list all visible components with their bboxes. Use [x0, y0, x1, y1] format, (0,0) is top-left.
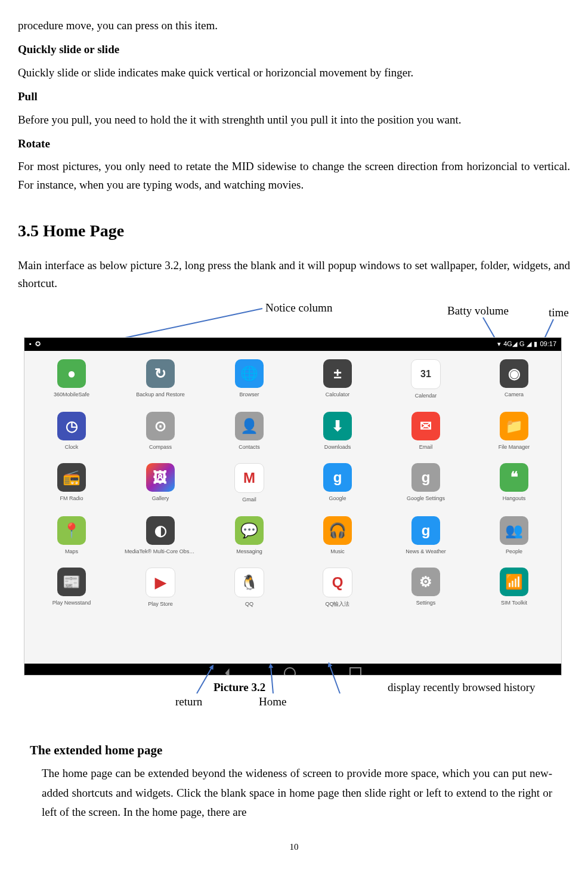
app-item[interactable]: 📰Play Newsstand [36, 568, 107, 608]
section-intro: Main interface as below picture 3.2, lon… [18, 257, 570, 293]
app-label: Calculator [326, 390, 350, 399]
app-item[interactable]: 📁File Manager [479, 412, 549, 451]
status-right: ▾ 4G◢ G ◢ ▮ 09:17 [497, 339, 556, 350]
app-icon: ⬇ [323, 412, 352, 440]
app-item[interactable]: 🖼Gallery [125, 463, 196, 504]
app-icon: 📰 [57, 568, 86, 596]
app-label: Contacts [239, 443, 260, 451]
app-icon: ▶ [146, 568, 175, 597]
app-icon: 🖼 [146, 463, 175, 492]
app-icon: 31 [411, 359, 441, 389]
app-label: Maps [65, 547, 78, 556]
app-label: Music [330, 547, 345, 556]
shield-icon: ✪ [35, 339, 41, 350]
app-label: Messaging [236, 547, 262, 556]
app-item[interactable]: 📻FM Radio [36, 463, 107, 504]
app-icon: 💬 [235, 516, 264, 545]
app-item[interactable]: gGoogle Settings [391, 463, 461, 504]
app-item[interactable]: ▶Play Store [125, 568, 196, 608]
app-item[interactable]: gNews & Weather [391, 516, 461, 556]
app-icon: ◉ [500, 359, 528, 388]
app-item[interactable]: ◷Clock [36, 412, 107, 451]
app-label: Compass [149, 443, 172, 451]
app-item[interactable]: ❝Hangouts [479, 463, 549, 504]
app-icon: 🐧 [234, 568, 264, 597]
app-item[interactable]: 👤Contacts [214, 412, 284, 451]
recent-apps-button[interactable] [349, 667, 361, 676]
app-label: Settings [416, 599, 436, 607]
app-item[interactable]: gGoogle [302, 463, 373, 504]
app-item[interactable]: ↻Backup and Restore [125, 359, 196, 400]
app-item[interactable]: ✉Email [391, 412, 461, 451]
app-item[interactable]: 🌐Browser [214, 359, 284, 400]
app-icon: g [323, 463, 352, 492]
app-item[interactable]: 🎧Music [302, 516, 373, 556]
status-left: ▪ ✪ [29, 339, 41, 350]
app-label: QQ输入法 [325, 600, 349, 608]
annotated-screenshot: Notice column Batty volume time ▪ ✪ ▾ 4G… [18, 299, 570, 705]
app-label: Downloads [324, 443, 351, 451]
app-icon: ● [57, 359, 86, 388]
app-icon: g [411, 516, 440, 545]
app-label: Play Newsstand [52, 599, 91, 607]
picture-caption: Picture 3.2 [213, 679, 265, 696]
app-icon: 📶 [500, 568, 528, 596]
app-item[interactable]: QQQ输入法 [302, 568, 373, 608]
back-button[interactable] [225, 668, 230, 676]
app-icon: ↻ [146, 359, 175, 388]
app-item[interactable]: 🐧QQ [214, 568, 284, 608]
home-label: Home [259, 693, 286, 711]
app-label: FM Radio [60, 494, 83, 502]
app-label: Camera [505, 390, 524, 399]
signal-icon: ◢ [527, 339, 531, 350]
network-indicator: 4G◢ [503, 339, 517, 350]
app-label: People [506, 547, 522, 556]
app-icon: 📍 [57, 516, 86, 545]
app-label: Calendar [415, 391, 437, 400]
app-item[interactable]: ⚙Settings [391, 568, 461, 608]
app-item[interactable]: ⊙Compass [125, 412, 196, 451]
app-grid: ●360MobileSafe↻Backup and Restore🌐Browse… [36, 359, 549, 609]
app-item[interactable]: ±Calculator [302, 359, 373, 400]
page-number: 10 [18, 840, 570, 854]
app-label: File Manager [499, 443, 530, 451]
app-label: MediaTek® Multi-Core Obser.. [125, 547, 196, 556]
quick-slide-text: Quickly slide or slide indicates make qu… [18, 64, 570, 82]
app-item[interactable]: 31Calendar [391, 359, 461, 400]
app-icon: ◷ [57, 412, 86, 440]
app-item[interactable]: ●360MobileSafe [36, 359, 107, 400]
app-item[interactable]: ⬇Downloads [302, 412, 373, 451]
app-label: Google [329, 494, 346, 502]
app-item[interactable]: 📍Maps [36, 516, 107, 556]
app-icon: 📁 [500, 412, 528, 440]
app-icon: 📻 [57, 463, 86, 492]
app-icon: 🎧 [323, 516, 352, 545]
app-label: 360MobileSafe [54, 390, 89, 399]
app-label: Google Settings [407, 494, 445, 502]
app-item[interactable]: ◐MediaTek® Multi-Core Obser.. [125, 516, 196, 556]
wifi-icon: ▾ [497, 339, 501, 350]
app-label: Hangouts [503, 494, 526, 502]
app-label: Gallery [152, 494, 169, 502]
g-indicator: G [519, 339, 525, 350]
status-dot-icon: ▪ [29, 339, 32, 350]
app-icon: M [234, 463, 264, 493]
app-item[interactable]: 📶SIM Toolkit [479, 568, 549, 608]
tablet-screen: ▪ ✪ ▾ 4G◢ G ◢ ▮ 09:17 ●360MobileSafe↻Bac… [24, 337, 562, 676]
app-item[interactable]: 👥People [479, 516, 549, 556]
app-label: Gmail [242, 495, 256, 504]
app-icon: ⚙ [411, 568, 440, 596]
app-label: News & Weather [406, 547, 445, 556]
app-item[interactable]: 💬Messaging [214, 516, 284, 556]
rotate-heading: Rotate [18, 135, 570, 153]
section-title: 3.5 Home Page [18, 218, 570, 245]
app-icon: ⊙ [146, 412, 175, 440]
app-icon: g [411, 463, 440, 492]
home-button[interactable] [284, 667, 296, 676]
app-item[interactable]: ◉Camera [479, 359, 549, 400]
app-item[interactable]: MGmail [214, 463, 284, 504]
procedure-text: procedure move, you can press on this it… [18, 17, 570, 35]
pull-text: Before you pull, you need to hold the it… [18, 111, 570, 129]
status-bar: ▪ ✪ ▾ 4G◢ G ◢ ▮ 09:17 [24, 338, 561, 351]
app-icon: ◐ [146, 516, 175, 545]
